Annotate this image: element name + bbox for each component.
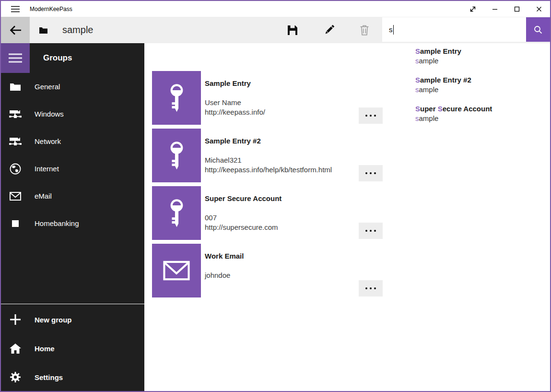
app-window: ModernKeePass (0, 0, 551, 392)
close-button[interactable] (528, 1, 550, 17)
suggestion-subtitle: sample (415, 85, 545, 95)
sidebar-item-label: General (30, 83, 60, 91)
sidebar-separator (1, 304, 144, 304)
minimize-button[interactable] (484, 1, 506, 17)
suggestion-title: Sample Entry (415, 47, 545, 56)
entry-more-button[interactable] (359, 107, 383, 124)
globe-icon (1, 163, 30, 175)
entry-username: 007 (205, 213, 363, 223)
network-icon (1, 110, 30, 119)
home-button[interactable]: Home (1, 334, 144, 363)
fullscreen-button[interactable] (462, 1, 484, 17)
entry-tile-super-secure-account[interactable] (152, 186, 201, 240)
entry-url: http://supersecure.com (205, 223, 363, 232)
key-icon (166, 198, 187, 228)
network-icon (1, 137, 30, 146)
entry-url: http://keepass.info/help/kb/testform.htm… (205, 165, 363, 175)
app-title: ModernKeePass (30, 1, 72, 17)
maximize-icon (514, 6, 520, 12)
entry-username: Michael321 (205, 155, 363, 165)
back-button[interactable] (1, 17, 30, 43)
titlebar-hamburger-button[interactable] (7, 1, 24, 17)
envelope-icon (1, 192, 30, 201)
search-button[interactable] (526, 17, 550, 42)
entry-url: http://keepass.info/ (205, 107, 363, 117)
entry-title: Super Secure Account (205, 194, 363, 203)
trash-icon (360, 25, 369, 36)
entry-more-button[interactable] (359, 280, 383, 297)
sidebar-item-network[interactable]: Network (1, 128, 144, 155)
suggestion-subtitle: sample (415, 114, 545, 123)
pencil-icon (323, 24, 335, 36)
more-icon (365, 172, 367, 174)
entry-more-button[interactable] (359, 223, 383, 239)
entry-row[interactable]: Work Email johndoe (205, 251, 363, 280)
back-arrow-icon (9, 25, 22, 36)
entry-tile-sample-entry-2[interactable] (152, 129, 201, 182)
entry-tile-sample-entry[interactable] (152, 71, 201, 125)
search-icon (533, 25, 543, 35)
more-icon (365, 287, 367, 289)
key-icon (166, 141, 187, 171)
search-input-value: s (389, 25, 393, 34)
search-suggestion[interactable]: Super Secure Account sample (415, 104, 545, 123)
search-suggestions: Sample Entry sample Sample Entry #2 samp… (415, 47, 545, 133)
window-controls (462, 1, 550, 17)
more-icon (365, 230, 367, 232)
sidebar-footer: New group Home (1, 305, 144, 392)
minimize-icon (492, 6, 498, 12)
entry-username: johndoe (205, 271, 363, 280)
sidebar-item-label: Settings (30, 373, 63, 381)
delete-button[interactable] (353, 17, 376, 43)
entry-tile-work-email[interactable] (152, 244, 201, 297)
hamburger-icon (11, 5, 20, 13)
search-input[interactable]: s (382, 17, 526, 42)
hamburger-icon (8, 53, 23, 63)
sidebar-item-label: Internet (30, 165, 59, 173)
home-icon (1, 344, 30, 354)
save-icon (287, 25, 298, 36)
sidebar-item-label: Network (30, 137, 61, 145)
fullscreen-icon (469, 5, 477, 13)
sidebar-item-general[interactable]: General (1, 73, 144, 100)
sidebar-hamburger-button[interactable] (1, 43, 30, 73)
command-bar: sample (1, 17, 550, 43)
sidebar-item-label: eMail (30, 192, 52, 200)
sidebar-item-windows[interactable]: Windows (1, 100, 144, 128)
key-icon (166, 83, 187, 113)
folder-icon (1, 83, 30, 91)
settings-button[interactable]: Settings (1, 363, 144, 392)
entry-title: Work Email (205, 251, 363, 261)
entry-username: User Name (205, 98, 363, 107)
new-group-button[interactable]: New group (1, 305, 144, 334)
entry-row[interactable]: Super Secure Account 007 http://supersec… (205, 194, 363, 232)
edit-button[interactable] (317, 17, 340, 43)
sidebar: Groups General (1, 43, 144, 391)
more-icon (365, 115, 367, 117)
entry-row[interactable]: Sample Entry User Name http://keepass.in… (205, 79, 363, 117)
suggestion-title: Super Secure Account (415, 104, 545, 114)
sidebar-item-homebanking[interactable]: Homebanking (1, 210, 144, 237)
sidebar-item-email[interactable]: eMail (1, 182, 144, 210)
entry-title: Sample Entry (205, 79, 363, 88)
sidebar-item-internet[interactable]: Internet (1, 155, 144, 182)
square-icon (1, 220, 30, 227)
database-icon (39, 17, 47, 43)
entry-row[interactable]: Sample Entry #2 Michael321 http://keepas… (205, 136, 363, 175)
database-title: sample (62, 17, 93, 43)
group-list: General Windows (1, 73, 144, 237)
entry-title: Sample Entry #2 (205, 136, 363, 146)
plus-icon (1, 314, 30, 325)
search-suggestion[interactable]: Sample Entry #2 sample (415, 75, 545, 95)
entry-more-button[interactable] (359, 165, 383, 181)
close-icon (536, 6, 542, 12)
sidebar-item-label: New group (30, 316, 72, 324)
email-icon (163, 261, 190, 281)
groups-heading: Groups (43, 43, 72, 73)
maximize-button[interactable] (506, 1, 528, 17)
gear-icon (1, 371, 30, 383)
sidebar-item-label: Windows (30, 110, 64, 118)
save-button[interactable] (281, 17, 304, 43)
search-suggestion[interactable]: Sample Entry sample (415, 47, 545, 66)
titlebar: ModernKeePass (1, 1, 550, 17)
